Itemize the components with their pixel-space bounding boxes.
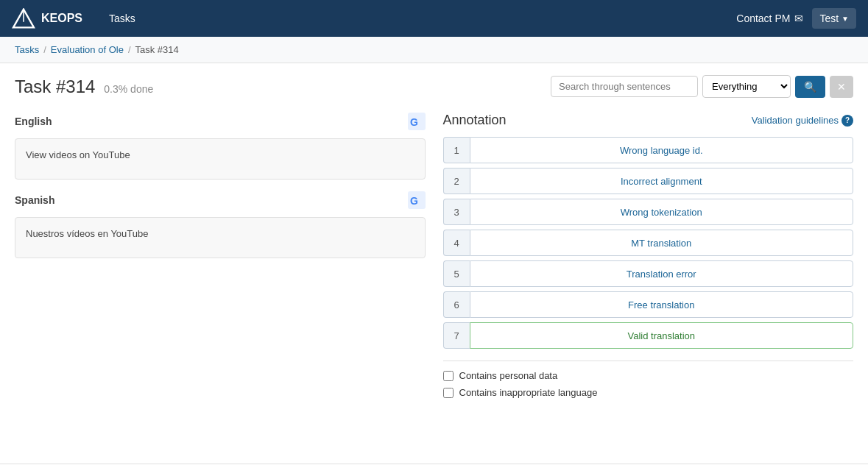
personal-data-row: Contains personal data xyxy=(443,370,854,381)
contact-pm-label: Contact PM xyxy=(736,13,790,24)
english-text: View videos on YouTube xyxy=(26,149,130,160)
content-grid: English G View videos on YouTube Spanish xyxy=(15,113,853,404)
annotation-btn-incorrect-alignment[interactable]: Incorrect alignment xyxy=(470,168,854,194)
page-title: Task #314 xyxy=(15,77,95,96)
annotation-btn-mt-translation[interactable]: MT translation xyxy=(470,230,854,256)
mail-icon: ✉ xyxy=(794,13,803,24)
annotation-button-row-7: 7 Valid translation xyxy=(443,322,854,349)
annotation-title: Annotation xyxy=(443,113,507,128)
google-translate-english-icon[interactable]: G xyxy=(408,113,426,134)
search-button[interactable]: 🔍 xyxy=(795,76,825,98)
page-header: Task #314 0.3% done Everything English S… xyxy=(15,75,853,98)
english-label: English xyxy=(15,116,52,127)
annotation-num-3: 3 xyxy=(443,199,470,225)
spanish-text-box: Nuestros vídeos en YouTube xyxy=(15,217,426,258)
nav-tasks[interactable]: Tasks xyxy=(100,7,144,30)
spanish-text: Nuestros vídeos en YouTube xyxy=(26,228,148,239)
navbar: KEOPS Tasks Contact PM ✉ Test ▼ xyxy=(0,0,868,37)
annotation-btn-free-translation[interactable]: Free translation xyxy=(470,291,854,318)
english-text-box: View videos on YouTube xyxy=(15,138,426,180)
left-column: English G View videos on YouTube Spanish xyxy=(15,113,426,404)
annotation-num-1: 1 xyxy=(443,137,470,163)
chevron-down-icon: ▼ xyxy=(841,15,849,23)
annotation-button-row-2: 2 Incorrect alignment xyxy=(443,168,854,194)
spanish-label: Spanish xyxy=(15,194,54,206)
main-content: Task #314 0.3% done Everything English S… xyxy=(0,63,868,464)
annotation-button-row-1: 1 Wrong language id. xyxy=(443,137,854,163)
google-translate-spanish-icon[interactable]: G xyxy=(408,191,426,213)
title-group: Task #314 0.3% done xyxy=(15,77,153,97)
search-filter-select[interactable]: Everything English Spanish xyxy=(702,75,791,98)
annotation-num-7: 7 xyxy=(443,322,470,349)
spanish-header: Spanish G xyxy=(15,191,426,213)
breadcrumb: Tasks / Evaluation of Ole / Task #314 xyxy=(0,37,868,63)
search-bar: Everything English Spanish 🔍 ✕ xyxy=(551,75,853,98)
brand-logo[interactable]: KEOPS xyxy=(12,8,82,29)
personal-data-checkbox[interactable] xyxy=(443,371,454,381)
annotation-btn-wrong-tokenization[interactable]: Wrong tokenization xyxy=(470,199,854,225)
search-icon: 🔍 xyxy=(804,81,816,93)
annotation-btn-translation-error[interactable]: Translation error xyxy=(470,260,854,287)
inappropriate-language-label: Contains inappropriate language xyxy=(459,387,598,398)
progress-label: 0.3% done xyxy=(104,83,153,95)
keops-logo-icon xyxy=(12,8,35,29)
svg-text:G: G xyxy=(410,116,418,128)
annotation-buttons: 1 Wrong language id. 2 Incorrect alignme… xyxy=(443,137,854,349)
annotation-btn-valid-translation[interactable]: Valid translation xyxy=(470,322,854,349)
inappropriate-language-row: Contains inappropriate language xyxy=(443,387,854,398)
annotation-btn-wrong-language[interactable]: Wrong language id. xyxy=(470,137,854,163)
validation-guidelines-link[interactable]: Validation guidelines ? xyxy=(752,115,853,127)
inappropriate-language-checkbox[interactable] xyxy=(443,388,454,398)
annotation-button-row-4: 4 MT translation xyxy=(443,230,854,256)
clear-search-button[interactable]: ✕ xyxy=(830,76,853,98)
breadcrumb-sep-1: / xyxy=(43,44,46,55)
breadcrumb-evaluation[interactable]: Evaluation of Ole xyxy=(51,44,124,55)
validation-guidelines-label: Validation guidelines xyxy=(752,115,839,126)
annotation-header: Annotation Validation guidelines ? xyxy=(443,113,854,128)
right-column: Annotation Validation guidelines ? 1 Wro… xyxy=(443,113,854,404)
annotation-num-5: 5 xyxy=(443,260,470,287)
search-input[interactable] xyxy=(551,76,698,97)
annotation-button-row-3: 3 Wrong tokenization xyxy=(443,199,854,225)
breadcrumb-sep-2: / xyxy=(128,44,131,55)
english-header: English G xyxy=(15,113,426,134)
annotation-num-2: 2 xyxy=(443,168,470,194)
close-icon: ✕ xyxy=(837,81,846,93)
annotation-button-row-5: 5 Translation error xyxy=(443,260,854,287)
brand-name: KEOPS xyxy=(41,12,82,25)
contact-pm[interactable]: Contact PM ✉ xyxy=(736,13,803,24)
annotation-num-4: 4 xyxy=(443,230,470,256)
nav-links: Tasks xyxy=(100,7,736,30)
breadcrumb-tasks[interactable]: Tasks xyxy=(15,44,39,55)
svg-text:G: G xyxy=(410,195,418,207)
annotation-divider xyxy=(443,361,854,361)
annotation-num-6: 6 xyxy=(443,291,470,318)
navbar-right: Contact PM ✉ Test ▼ xyxy=(736,8,856,29)
help-icon: ? xyxy=(841,115,853,127)
test-label: Test xyxy=(819,13,839,24)
annotation-button-row-6: 6 Free translation xyxy=(443,291,854,318)
personal-data-label: Contains personal data xyxy=(459,370,558,381)
test-dropdown[interactable]: Test ▼ xyxy=(812,8,856,29)
breadcrumb-current: Task #314 xyxy=(135,44,179,55)
